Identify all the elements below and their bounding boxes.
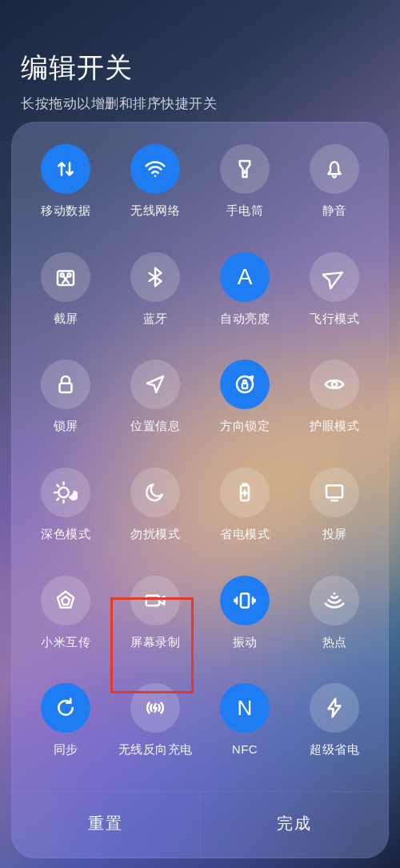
vibrate-icon bbox=[220, 576, 270, 625]
tile-label: 勿扰模式 bbox=[130, 527, 180, 542]
hotspot-icon bbox=[310, 576, 359, 625]
tile-label: 自动亮度 bbox=[220, 311, 270, 327]
tile-mobile-data[interactable]: 移动数据 bbox=[21, 139, 110, 244]
tile-label: 同步 bbox=[54, 742, 78, 757]
tile-screen-record[interactable]: 屏幕录制 bbox=[110, 571, 200, 676]
tile-vibrate[interactable]: 振动 bbox=[200, 571, 290, 676]
tile-label: 投屏 bbox=[322, 527, 347, 542]
tile-nfc[interactable]: N NFC bbox=[200, 678, 290, 783]
tile-label: 静音 bbox=[322, 203, 347, 219]
tile-label: NFC bbox=[232, 742, 258, 756]
eye-icon bbox=[310, 360, 359, 409]
toggles-panel: 移动数据 无线网络 手电筒 静音 截屏 bbox=[11, 122, 389, 858]
tile-label: 无线反向充电 bbox=[118, 742, 193, 757]
reset-button[interactable]: 重置 bbox=[11, 792, 200, 858]
bluetooth-icon bbox=[130, 252, 180, 302]
bolt-icon bbox=[310, 683, 359, 733]
tile-label: 移动数据 bbox=[41, 203, 90, 219]
page-title: 编辑开关 bbox=[21, 50, 379, 86]
tile-label: 屏幕录制 bbox=[130, 635, 180, 650]
header: 编辑开关 长按拖动以增删和排序快捷开关 bbox=[0, 0, 400, 126]
tile-label: 深色模式 bbox=[41, 527, 90, 542]
svg-rect-5 bbox=[60, 384, 72, 392]
tile-label: 振动 bbox=[233, 635, 258, 650]
bell-icon bbox=[310, 144, 359, 194]
tile-label: 锁屏 bbox=[54, 419, 78, 434]
tile-eye-protect[interactable]: 护眼模式 bbox=[290, 355, 379, 460]
wifi-icon bbox=[130, 144, 180, 194]
footer: 重置 完成 bbox=[11, 791, 389, 858]
tile-mi-share[interactable]: 小米互传 bbox=[21, 571, 110, 676]
record-icon bbox=[130, 576, 180, 625]
tile-label: 小米互传 bbox=[41, 635, 90, 650]
tile-dnd[interactable]: 勿扰模式 bbox=[110, 463, 200, 568]
tile-auto-brightness[interactable]: A 自动亮度 bbox=[200, 247, 290, 352]
svg-rect-14 bbox=[326, 485, 342, 497]
tile-lock[interactable]: 锁屏 bbox=[21, 355, 110, 460]
svg-point-8 bbox=[332, 382, 337, 387]
airplane-icon bbox=[310, 252, 359, 302]
tile-label: 飞行模式 bbox=[310, 311, 359, 327]
dark-mode-icon bbox=[41, 468, 90, 517]
tile-bluetooth[interactable]: 蓝牙 bbox=[110, 247, 200, 352]
tile-label: 超级省电 bbox=[310, 742, 359, 757]
cast-icon bbox=[310, 468, 359, 517]
tile-screenshot[interactable]: 截屏 bbox=[21, 247, 110, 352]
tile-label: 省电模式 bbox=[220, 527, 270, 542]
mi-share-icon bbox=[41, 576, 90, 625]
tile-orientation-lock[interactable]: 方向锁定 bbox=[200, 355, 290, 460]
tile-label: 位置信息 bbox=[130, 419, 180, 434]
tile-mute[interactable]: 静音 bbox=[290, 139, 379, 244]
mobile-data-icon bbox=[41, 144, 90, 194]
svg-point-0 bbox=[154, 175, 157, 178]
tile-label: 蓝牙 bbox=[143, 311, 168, 327]
reverse-charge-icon bbox=[130, 683, 180, 733]
lock-icon bbox=[41, 360, 90, 409]
tile-hotspot[interactable]: 热点 bbox=[290, 571, 379, 676]
tile-label: 无线网络 bbox=[130, 203, 180, 219]
tile-label: 截屏 bbox=[54, 311, 78, 327]
tile-label: 手电筒 bbox=[226, 203, 264, 219]
tile-label: 方向锁定 bbox=[220, 419, 270, 434]
location-icon bbox=[130, 360, 180, 409]
nfc-icon: N bbox=[220, 683, 270, 733]
tile-reverse-charge[interactable]: 无线反向充电 bbox=[110, 678, 200, 783]
done-button[interactable]: 完成 bbox=[200, 792, 390, 858]
flashlight-icon bbox=[220, 144, 270, 194]
tile-flashlight[interactable]: 手电筒 bbox=[200, 139, 290, 244]
auto-brightness-icon: A bbox=[220, 252, 270, 302]
tile-ultra-battery[interactable]: 超级省电 bbox=[290, 678, 379, 783]
svg-point-18 bbox=[334, 593, 336, 595]
svg-rect-17 bbox=[241, 593, 249, 608]
tile-sync[interactable]: 同步 bbox=[21, 678, 110, 783]
tile-wifi[interactable]: 无线网络 bbox=[110, 139, 200, 244]
tile-label: 热点 bbox=[322, 635, 347, 650]
svg-rect-16 bbox=[146, 595, 159, 605]
svg-point-9 bbox=[58, 488, 69, 498]
scissors-icon bbox=[41, 252, 90, 302]
tile-label: 护眼模式 bbox=[310, 419, 359, 434]
sync-icon bbox=[41, 683, 90, 733]
tile-battery-saver[interactable]: 省电模式 bbox=[200, 463, 290, 568]
tile-cast[interactable]: 投屏 bbox=[290, 463, 379, 568]
tile-location[interactable]: 位置信息 bbox=[110, 355, 200, 460]
tile-airplane[interactable]: 飞行模式 bbox=[290, 247, 379, 352]
battery-icon bbox=[220, 468, 270, 517]
tile-dark-mode[interactable]: 深色模式 bbox=[21, 463, 110, 568]
page-subtitle: 长按拖动以增删和排序快捷开关 bbox=[21, 94, 379, 113]
moon-icon bbox=[130, 468, 180, 517]
orientation-lock-icon bbox=[220, 360, 270, 409]
toggles-grid: 移动数据 无线网络 手电筒 静音 截屏 bbox=[11, 122, 389, 791]
